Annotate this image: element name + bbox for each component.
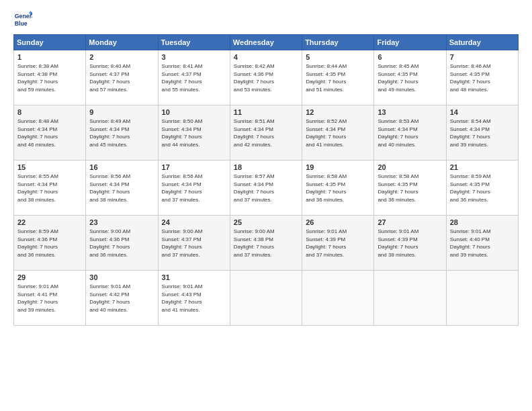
calendar-cell: 21Sunrise: 8:59 AMSunset: 4:35 PMDayligh… — [446, 161, 518, 216]
column-header-tuesday: Tuesday — [158, 35, 230, 50]
day-number: 29 — [17, 273, 83, 281]
day-number: 18 — [234, 163, 299, 171]
day-number: 4 — [234, 53, 299, 61]
day-number: 6 — [378, 53, 443, 61]
day-info: Sunrise: 8:55 AMSunset: 4:34 PMDaylight:… — [17, 173, 83, 203]
day-info: Sunrise: 8:53 AMSunset: 4:34 PMDaylight:… — [378, 118, 443, 148]
day-number: 9 — [89, 108, 154, 116]
day-info: Sunrise: 8:56 AMSunset: 4:34 PMDaylight:… — [89, 173, 154, 203]
day-info: Sunrise: 8:58 AMSunset: 4:35 PMDaylight:… — [306, 173, 371, 203]
calendar-cell: 13Sunrise: 8:53 AMSunset: 4:34 PMDayligh… — [374, 105, 446, 161]
calendar-cell: 25Sunrise: 9:00 AMSunset: 4:38 PMDayligh… — [230, 216, 302, 271]
calendar-cell: 22Sunrise: 8:59 AMSunset: 4:36 PMDayligh… — [14, 216, 86, 271]
calendar-cell: 2Sunrise: 8:40 AMSunset: 4:37 PMDaylight… — [86, 50, 158, 105]
calendar-cell — [302, 271, 374, 326]
calendar-cell: 16Sunrise: 8:56 AMSunset: 4:34 PMDayligh… — [86, 161, 158, 216]
day-number: 27 — [378, 218, 443, 226]
day-number: 20 — [378, 163, 443, 171]
day-info: Sunrise: 9:01 AMSunset: 4:40 PMDaylight:… — [450, 228, 515, 259]
week-row-1: 1Sunrise: 8:38 AMSunset: 4:38 PMDaylight… — [14, 50, 519, 105]
day-number: 26 — [306, 218, 371, 226]
calendar-cell: 27Sunrise: 9:01 AMSunset: 4:39 PMDayligh… — [374, 216, 446, 271]
week-row-3: 15Sunrise: 8:55 AMSunset: 4:34 PMDayligh… — [14, 161, 519, 216]
week-row-2: 8Sunrise: 8:48 AMSunset: 4:34 PMDaylight… — [14, 105, 519, 161]
calendar-cell: 28Sunrise: 9:01 AMSunset: 4:40 PMDayligh… — [446, 216, 518, 271]
day-info: Sunrise: 8:46 AMSunset: 4:35 PMDaylight:… — [450, 62, 515, 93]
day-number: 12 — [306, 108, 371, 116]
calendar-cell: 11Sunrise: 8:51 AMSunset: 4:34 PMDayligh… — [230, 105, 302, 161]
column-header-monday: Monday — [86, 35, 158, 50]
day-number: 7 — [450, 53, 515, 61]
week-row-5: 29Sunrise: 9:01 AMSunset: 4:41 PMDayligh… — [14, 271, 519, 326]
day-number: 3 — [162, 53, 227, 61]
day-info: Sunrise: 9:00 AMSunset: 4:37 PMDaylight:… — [162, 228, 227, 259]
day-number: 15 — [17, 163, 83, 171]
column-header-thursday: Thursday — [302, 35, 374, 50]
calendar-cell: 29Sunrise: 9:01 AMSunset: 4:41 PMDayligh… — [14, 271, 86, 326]
calendar-cell: 26Sunrise: 9:01 AMSunset: 4:39 PMDayligh… — [302, 216, 374, 271]
day-number: 24 — [162, 218, 227, 226]
day-number: 2 — [89, 53, 154, 61]
day-number: 21 — [450, 163, 515, 171]
day-number: 25 — [234, 218, 299, 226]
day-number: 19 — [306, 163, 371, 171]
calendar-cell: 1Sunrise: 8:38 AMSunset: 4:38 PMDaylight… — [14, 50, 86, 105]
day-number: 30 — [89, 273, 154, 281]
day-info: Sunrise: 8:58 AMSunset: 4:35 PMDaylight:… — [378, 173, 443, 203]
logo-icon: General Blue — [13, 10, 32, 29]
day-number: 13 — [378, 108, 443, 116]
day-number: 10 — [162, 108, 227, 116]
day-info: Sunrise: 8:52 AMSunset: 4:34 PMDaylight:… — [306, 118, 371, 148]
calendar-cell: 19Sunrise: 8:58 AMSunset: 4:35 PMDayligh… — [302, 161, 374, 216]
day-info: Sunrise: 8:38 AMSunset: 4:38 PMDaylight:… — [17, 62, 83, 93]
day-number: 5 — [306, 53, 371, 61]
day-number: 11 — [234, 108, 299, 116]
calendar-cell: 30Sunrise: 9:01 AMSunset: 4:42 PMDayligh… — [86, 271, 158, 326]
day-number: 14 — [450, 108, 515, 116]
day-number: 22 — [17, 218, 83, 226]
day-info: Sunrise: 8:44 AMSunset: 4:35 PMDaylight:… — [306, 62, 371, 93]
calendar-cell: 20Sunrise: 8:58 AMSunset: 4:35 PMDayligh… — [374, 161, 446, 216]
calendar-cell — [374, 271, 446, 326]
svg-text:Blue: Blue — [15, 20, 28, 27]
calendar-cell: 7Sunrise: 8:46 AMSunset: 4:35 PMDaylight… — [446, 50, 518, 105]
logo: General Blue — [13, 10, 32, 29]
day-info: Sunrise: 9:00 AMSunset: 4:38 PMDaylight:… — [234, 228, 299, 259]
day-info: Sunrise: 8:48 AMSunset: 4:34 PMDaylight:… — [17, 118, 83, 148]
calendar-body: 1Sunrise: 8:38 AMSunset: 4:38 PMDaylight… — [14, 50, 519, 326]
calendar-cell: 6Sunrise: 8:45 AMSunset: 4:35 PMDaylight… — [374, 50, 446, 105]
calendar-cell: 9Sunrise: 8:49 AMSunset: 4:34 PMDaylight… — [86, 105, 158, 161]
calendar-cell — [230, 271, 302, 326]
calendar-cell: 24Sunrise: 9:00 AMSunset: 4:37 PMDayligh… — [158, 216, 230, 271]
day-info: Sunrise: 9:01 AMSunset: 4:43 PMDaylight:… — [162, 283, 227, 314]
column-header-sunday: Sunday — [14, 35, 86, 50]
day-info: Sunrise: 8:57 AMSunset: 4:34 PMDaylight:… — [234, 173, 299, 203]
column-header-saturday: Saturday — [446, 35, 518, 50]
day-info: Sunrise: 9:01 AMSunset: 4:42 PMDaylight:… — [89, 283, 154, 314]
day-info: Sunrise: 8:59 AMSunset: 4:36 PMDaylight:… — [17, 228, 83, 259]
day-info: Sunrise: 9:01 AMSunset: 4:41 PMDaylight:… — [17, 283, 83, 314]
day-info: Sunrise: 8:54 AMSunset: 4:34 PMDaylight:… — [450, 118, 515, 148]
calendar-cell: 8Sunrise: 8:48 AMSunset: 4:34 PMDaylight… — [14, 105, 86, 161]
header: General Blue — [13, 10, 519, 29]
day-number: 16 — [89, 163, 154, 171]
calendar-header-row: SundayMondayTuesdayWednesdayThursdayFrid… — [14, 35, 519, 50]
week-row-4: 22Sunrise: 8:59 AMSunset: 4:36 PMDayligh… — [14, 216, 519, 271]
column-header-wednesday: Wednesday — [230, 35, 302, 50]
day-info: Sunrise: 8:51 AMSunset: 4:34 PMDaylight:… — [234, 118, 299, 148]
calendar-cell: 5Sunrise: 8:44 AMSunset: 4:35 PMDaylight… — [302, 50, 374, 105]
day-info: Sunrise: 8:50 AMSunset: 4:34 PMDaylight:… — [162, 118, 227, 148]
calendar-cell — [446, 271, 518, 326]
day-number: 28 — [450, 218, 515, 226]
day-info: Sunrise: 9:01 AMSunset: 4:39 PMDaylight:… — [306, 228, 371, 259]
calendar-cell: 14Sunrise: 8:54 AMSunset: 4:34 PMDayligh… — [446, 105, 518, 161]
day-info: Sunrise: 9:00 AMSunset: 4:36 PMDaylight:… — [89, 228, 154, 259]
calendar-cell: 12Sunrise: 8:52 AMSunset: 4:34 PMDayligh… — [302, 105, 374, 161]
day-info: Sunrise: 8:59 AMSunset: 4:35 PMDaylight:… — [450, 173, 515, 203]
day-info: Sunrise: 8:41 AMSunset: 4:37 PMDaylight:… — [162, 62, 227, 93]
calendar-cell: 10Sunrise: 8:50 AMSunset: 4:34 PMDayligh… — [158, 105, 230, 161]
day-info: Sunrise: 8:45 AMSunset: 4:35 PMDaylight:… — [378, 62, 443, 93]
column-header-friday: Friday — [374, 35, 446, 50]
day-info: Sunrise: 8:40 AMSunset: 4:37 PMDaylight:… — [89, 62, 154, 93]
calendar-cell: 18Sunrise: 8:57 AMSunset: 4:34 PMDayligh… — [230, 161, 302, 216]
